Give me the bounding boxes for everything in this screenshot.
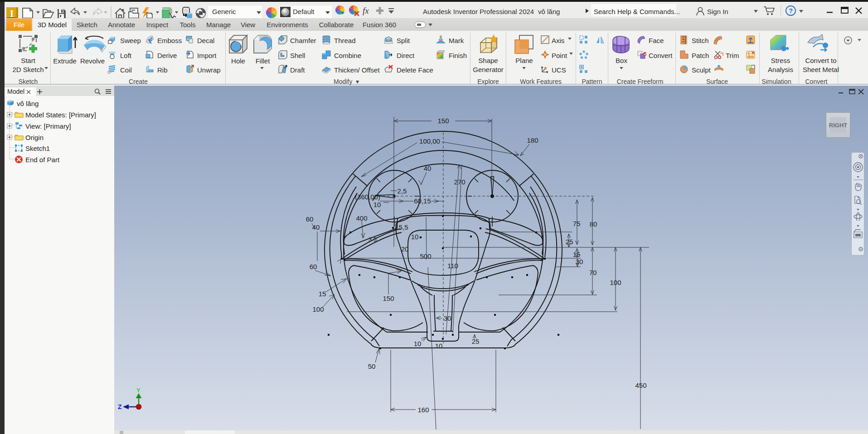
svg-text:50: 50	[368, 362, 376, 370]
svg-text:10: 10	[373, 201, 381, 208]
svg-text:20: 20	[401, 245, 409, 253]
svg-text:I: I	[10, 8, 14, 19]
svg-text:10: 10	[411, 233, 419, 241]
svg-text:30: 30	[576, 258, 583, 265]
svg-text:80: 80	[590, 220, 597, 228]
svg-text:3 5: 3 5	[369, 236, 377, 243]
svg-text:60,15: 60,15	[414, 197, 431, 205]
svg-text:10: 10	[414, 340, 422, 347]
svg-text:2,5: 2,5	[398, 187, 407, 195]
svg-text:75: 75	[573, 220, 581, 227]
svg-text:400: 400	[356, 214, 367, 222]
svg-text:450: 450	[635, 381, 646, 389]
svg-text:60: 60	[306, 215, 314, 223]
svg-text:60: 60	[310, 263, 317, 270]
svg-text:150: 150	[383, 294, 394, 302]
svg-text:40: 40	[424, 164, 432, 172]
svg-text:100: 100	[610, 279, 621, 286]
svg-text:100: 100	[312, 305, 324, 313]
svg-text:15,5: 15,5	[395, 223, 408, 231]
svg-text:Y: Y	[136, 387, 141, 394]
svg-text:30: 30	[444, 314, 451, 322]
svg-text:270: 270	[454, 178, 465, 186]
svg-text:150: 150	[437, 117, 449, 125]
svg-text:25: 25	[566, 238, 573, 246]
svg-text:40: 40	[312, 223, 320, 231]
svg-text:?: ?	[789, 7, 793, 14]
svg-text:110: 110	[447, 262, 458, 270]
svg-text:160: 160	[417, 406, 429, 414]
svg-text:10: 10	[435, 342, 443, 350]
svg-text:15: 15	[319, 290, 326, 298]
svg-text:70: 70	[589, 269, 597, 276]
svg-text:fx: fx	[363, 6, 369, 15]
svg-text:100,00: 100,00	[419, 137, 440, 145]
svg-text:500: 500	[420, 252, 431, 260]
svg-text:25: 25	[472, 338, 480, 345]
svg-text:Z: Z	[118, 403, 122, 410]
svg-text:180: 180	[527, 136, 538, 144]
svg-text:15: 15	[573, 251, 581, 258]
svg-text:(360,00): (360,00)	[355, 193, 380, 201]
